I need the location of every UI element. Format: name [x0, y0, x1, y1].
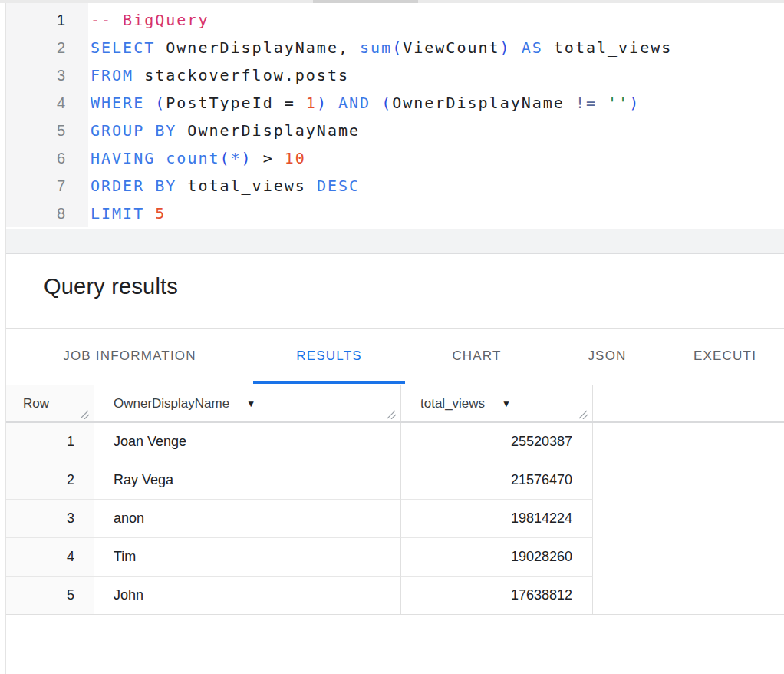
token-keyword: DESC: [317, 177, 360, 195]
column-resize-grip-icon[interactable]: [78, 408, 91, 419]
token-plain: OwnerDisplayName: [392, 94, 575, 112]
code-line[interactable]: 5GROUP BY OwnerDisplayName: [6, 117, 672, 144]
tab-json[interactable]: JSON: [548, 329, 666, 384]
token-bracket: ): [500, 38, 511, 57]
token-keyword: *: [231, 149, 242, 167]
token-keyword: ORDER BY: [91, 177, 176, 195]
token-plain: [597, 94, 608, 112]
table-row: 5John17638812: [6, 577, 784, 615]
token-plain: [144, 204, 155, 223]
cell-owner-display-name: Ray Vega: [94, 461, 401, 500]
token-plain: OwnerDisplayName,: [155, 38, 360, 57]
token-plain: [328, 94, 338, 112]
tab-executi[interactable]: EXECUTI: [666, 329, 784, 384]
code-text: GROUP BY OwnerDisplayName: [91, 117, 360, 144]
sql-editor[interactable]: 1-- BigQuery2SELECT OwnerDisplayName, su…: [0, 3, 784, 229]
code-line[interactable]: 1-- BigQuery: [6, 6, 672, 34]
cell-owner-display-name: John: [94, 577, 401, 615]
query-results-panel: Query results: [0, 254, 784, 328]
column-header-label: OwnerDisplayName: [114, 396, 229, 411]
column-resize-grip-icon[interactable]: [577, 408, 589, 419]
token-plain: ViewCount: [403, 38, 499, 57]
column-header-owner-display-name[interactable]: OwnerDisplayName▼: [94, 385, 401, 421]
code-line[interactable]: 3FROM stackoverflow.posts: [6, 61, 672, 89]
code-line[interactable]: 6HAVING count(*) > 10: [6, 144, 672, 172]
column-header-row[interactable]: Row: [6, 385, 94, 421]
cell-row-number: 4: [6, 538, 94, 577]
sort-arrow-icon[interactable]: ▼: [246, 398, 255, 409]
tab-chart[interactable]: CHART: [405, 329, 548, 384]
cell-total-views: 21576470: [401, 461, 593, 500]
token-plain: [511, 38, 522, 57]
tab-job-information[interactable]: JOB INFORMATION: [6, 329, 253, 384]
token-plain: PostTypeId: [166, 94, 284, 112]
token-operator-neq: !=: [575, 94, 597, 112]
pane-left-border: [5, 3, 6, 674]
token-operator: =: [285, 94, 295, 112]
sort-arrow-icon[interactable]: ▼: [502, 398, 511, 409]
table-header-row: RowOwnerDisplayName▼total_views▼: [6, 385, 784, 423]
cell-total-views: 25520387: [401, 423, 593, 461]
token-plain: OwnerDisplayName: [176, 121, 360, 140]
editor-bottom-band: [6, 229, 784, 253]
code-text: -- BigQuery: [91, 6, 209, 34]
cell-total-views: 19028260: [401, 538, 593, 577]
token-number: 5: [155, 204, 166, 223]
cell-owner-display-name: Tim: [94, 538, 401, 577]
token-keyword: FROM: [91, 66, 133, 84]
column-header-label: total_views: [420, 396, 485, 411]
code-text: LIMIT 5: [91, 200, 166, 227]
column-header-total-views[interactable]: total_views▼: [401, 385, 593, 421]
cell-owner-display-name: anon: [94, 500, 401, 538]
table-row: 1Joan Venge25520387: [6, 423, 784, 461]
line-number: 7: [6, 172, 65, 200]
bigquery-console: 1-- BigQuery2SELECT OwnerDisplayName, su…: [0, 0, 784, 674]
line-number: 2: [6, 34, 65, 61]
results-tab-bar: JOB INFORMATIONRESULTSCHARTJSONEXECUTI: [6, 329, 784, 384]
token-keyword: WHERE: [91, 94, 144, 112]
line-number: 6: [6, 144, 65, 172]
token-comment: -- BigQuery: [91, 11, 209, 29]
token-operator: >: [263, 149, 274, 167]
token-bracket: (: [220, 149, 231, 167]
code-text: SELECT OwnerDisplayName, sum(ViewCount) …: [91, 34, 672, 61]
cell-row-number: 3: [6, 500, 94, 538]
code-text: FROM stackoverflow.posts: [91, 61, 349, 89]
code-line[interactable]: 4WHERE (PostTypeId = 1) AND (OwnerDispla…: [6, 89, 672, 117]
token-string: '': [608, 94, 629, 112]
token-plain: total_views: [543, 38, 673, 57]
token-plain: stackoverflow.posts: [133, 66, 349, 84]
cell-empty: [593, 423, 784, 461]
cell-row-number: 2: [6, 461, 94, 500]
column-header-empty: [593, 385, 784, 421]
code-text: ORDER BY total_views DESC: [91, 172, 360, 200]
cell-total-views: 17638812: [401, 577, 593, 615]
tab-results[interactable]: RESULTS: [253, 329, 405, 384]
table-row: 2Ray Vega21576470: [6, 461, 784, 500]
code-line[interactable]: 8LIMIT 5: [6, 200, 672, 227]
code-text: HAVING count(*) > 10: [91, 144, 306, 172]
line-number: 8: [6, 200, 65, 227]
code-line[interactable]: 7ORDER BY total_views DESC: [6, 172, 672, 200]
code-line[interactable]: 2SELECT OwnerDisplayName, sum(ViewCount)…: [6, 34, 672, 61]
cell-total-views: 19814224: [401, 500, 593, 538]
table-row: 4Tim19028260: [6, 538, 784, 577]
token-keyword: AND: [338, 94, 371, 112]
query-results-title: Query results: [44, 274, 178, 299]
token-bracket: (: [392, 38, 403, 57]
cell-row-number: 1: [6, 423, 94, 461]
token-plain: [295, 94, 306, 112]
token-plain: [371, 94, 381, 112]
line-number: 5: [6, 117, 65, 144]
token-plain: [274, 149, 285, 167]
token-bracket: ): [242, 149, 252, 167]
token-bracket: (: [381, 94, 392, 112]
token-number: 1: [306, 94, 317, 112]
cell-empty: [593, 577, 784, 615]
line-number: 4: [6, 89, 65, 117]
token-keyword: LIMIT: [91, 204, 144, 223]
column-resize-grip-icon[interactable]: [385, 408, 397, 419]
code-lines: 1-- BigQuery2SELECT OwnerDisplayName, su…: [6, 6, 672, 227]
cell-empty: [593, 538, 784, 577]
token-keyword: count: [166, 149, 219, 167]
